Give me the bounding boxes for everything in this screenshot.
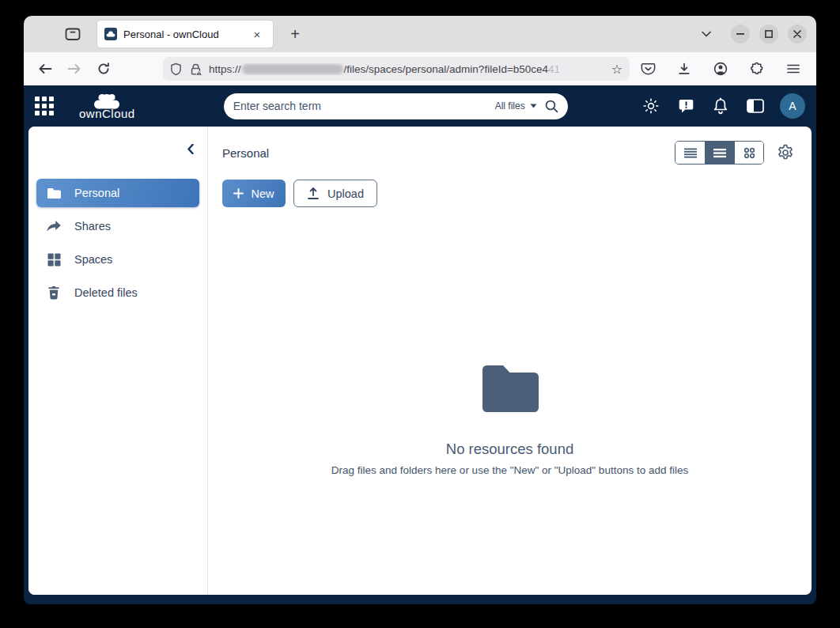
downloads-icon[interactable] (672, 57, 696, 81)
notifications-bell-icon[interactable] (710, 96, 731, 116)
window-controls (731, 25, 807, 44)
url-redacted-host (242, 64, 343, 74)
view-settings-gear-icon[interactable] (777, 144, 794, 161)
feedback-message-icon[interactable] (675, 96, 696, 116)
sidebar-item-deleted-files[interactable]: Deleted files (36, 278, 199, 307)
sidebar-toggle-icon[interactable] (745, 96, 766, 116)
new-button-label: New (251, 187, 274, 200)
view-default-list-icon[interactable] (705, 142, 734, 164)
owncloud-logo[interactable]: ownCloud (79, 92, 135, 120)
search-filter-label: All files (495, 100, 525, 112)
spaces-grid-icon (44, 253, 63, 267)
main-header: Personal (222, 141, 797, 165)
tab-title: Personal - ownCloud (123, 28, 248, 40)
pocket-icon[interactable] (636, 57, 660, 81)
tab-personal-owncloud[interactable]: Personal - ownCloud × (97, 21, 273, 47)
chevron-down-icon (530, 104, 537, 108)
url-text: https:// /files/spaces/personal/admin?fi… (209, 63, 608, 75)
close-button[interactable] (788, 25, 807, 44)
share-arrow-icon (44, 220, 63, 233)
app-body: Personal Shares Spaces (24, 127, 816, 604)
forward-icon[interactable] (62, 57, 86, 81)
upload-icon (307, 187, 320, 200)
browser-toolbar: https:// /files/spaces/personal/admin?fi… (24, 52, 816, 85)
empty-state: No resources found Drag files and folder… (222, 362, 797, 476)
search-filter-dropdown[interactable]: All files (495, 100, 537, 112)
extensions-icon[interactable] (745, 57, 769, 81)
account-icon[interactable] (709, 57, 732, 81)
minimize-button[interactable] (731, 25, 750, 44)
sidebar-item-label: Deleted files (74, 286, 138, 299)
view-condensed-list-icon[interactable] (675, 142, 705, 164)
sidebar-item-spaces[interactable]: Spaces (36, 245, 199, 274)
browser-window: Personal - ownCloud × + (24, 16, 816, 604)
tracking-shield-icon[interactable] (170, 62, 182, 76)
sidebar-item-personal[interactable]: Personal (36, 179, 199, 207)
menu-icon[interactable] (781, 57, 805, 81)
maximize-button[interactable] (759, 25, 778, 44)
url-path-faded: 41 (548, 63, 560, 75)
folder-icon (44, 187, 63, 199)
content-card: Personal Shares Spaces (28, 127, 812, 595)
sidebar-collapse-icon[interactable] (187, 144, 194, 154)
view-mode-switcher (675, 141, 764, 165)
insecure-lock-icon[interactable] (189, 62, 203, 76)
search-icon[interactable] (545, 100, 558, 113)
file-actions: New Upload (222, 180, 797, 207)
bookmark-star-icon[interactable]: ☆ (611, 62, 622, 77)
empty-state-heading: No resources found (446, 441, 573, 458)
reload-icon[interactable] (92, 57, 115, 81)
back-icon[interactable] (33, 57, 57, 81)
breadcrumb-personal[interactable]: Personal (222, 146, 269, 160)
upload-button[interactable]: Upload (293, 180, 377, 207)
files-sidebar: Personal Shares Spaces (28, 127, 208, 595)
plus-icon (233, 188, 244, 199)
search-input[interactable] (233, 100, 495, 112)
sidebar-item-label: Personal (74, 187, 119, 199)
files-main-pane: Personal (208, 127, 812, 595)
new-button[interactable]: New (222, 180, 286, 207)
owncloud-header: ownCloud All files (24, 85, 816, 127)
url-bar[interactable]: https:// /files/spaces/personal/admin?fi… (163, 57, 630, 81)
theme-toggle-sun-icon[interactable] (641, 96, 661, 116)
tab-close-icon[interactable]: × (248, 25, 266, 43)
owncloud-logo-text: ownCloud (79, 107, 135, 120)
new-tab-button[interactable]: + (283, 22, 307, 46)
owncloud-header-right: A (641, 93, 805, 119)
list-all-tabs-icon[interactable] (694, 22, 718, 46)
upload-button-label: Upload (327, 187, 364, 200)
toolbar-right-icons (636, 57, 805, 81)
firefox-view-icon[interactable] (60, 21, 85, 47)
empty-state-subtext: Drag files and folders here or use the "… (331, 464, 688, 476)
sidebar-nav: Personal Shares Spaces (28, 179, 207, 307)
sidebar-item-label: Shares (74, 220, 111, 233)
empty-folder-icon (479, 362, 541, 412)
tab-strip: Personal - ownCloud × + (24, 16, 816, 52)
user-avatar[interactable]: A (780, 93, 805, 119)
trash-icon (44, 286, 63, 300)
url-path: /files/spaces/personal/admin?fileId=b50c… (344, 63, 549, 75)
search-bar: All files (224, 93, 568, 119)
sidebar-item-label: Spaces (74, 253, 112, 266)
url-scheme: https:// (209, 63, 241, 75)
sidebar-item-shares[interactable]: Shares (36, 212, 199, 240)
app-switcher-icon[interactable] (35, 96, 54, 115)
view-tiles-icon[interactable] (734, 142, 763, 164)
avatar-initial: A (789, 100, 796, 112)
owncloud-favicon (104, 28, 117, 40)
